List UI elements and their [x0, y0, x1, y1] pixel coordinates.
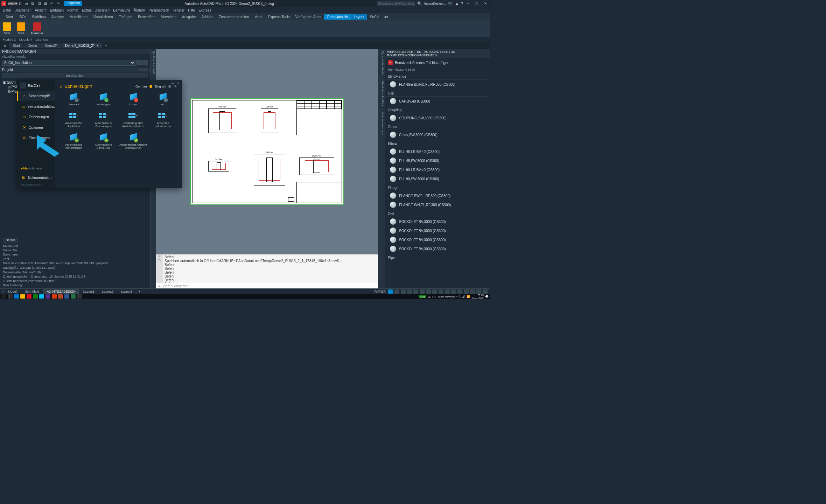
- status-icon[interactable]: [394, 289, 399, 294]
- palette-item[interactable]: FLANGE SW,FL,RF,300 (CS300): [385, 191, 490, 200]
- undo-icon[interactable]: ↶: [49, 1, 55, 6]
- ribbon-tab-ausgabe[interactable]: Ausgabe: [179, 14, 198, 20]
- ribbon-tab-start[interactable]: Start: [3, 14, 16, 20]
- sucri-minimize-icon[interactable]: ─: [172, 82, 174, 85]
- help-icon[interactable]: ?: [461, 1, 463, 6]
- lang-english[interactable]: English: [155, 85, 166, 88]
- palette-item[interactable]: ELL 45,SW,3000 (CS300): [385, 156, 490, 165]
- weather-widget[interactable]: ☁ 3°C Stark bewölkt: [428, 295, 455, 298]
- menu-extras[interactable]: Extras: [82, 8, 92, 12]
- sucri-tool-automatische-bemaßung[interactable]: ⚡Automatische Bemaßung: [90, 133, 117, 149]
- sucri-tool-automatische-ansichten[interactable]: +Automatische Ansichten: [60, 111, 88, 128]
- status-icon[interactable]: [407, 289, 412, 294]
- new-icon[interactable]: 🗋: [18, 1, 23, 6]
- palette-item[interactable]: COUPLING,SW,3000 (CS300): [385, 113, 490, 122]
- sucri-tool-skalierung-aller-ansichten-ändern[interactable]: ⇄Skalierung aller Ansichten ändern: [119, 111, 147, 128]
- task-icon[interactable]: [58, 294, 63, 299]
- sucri-nav-optionen[interactable]: ✕Optionen: [17, 122, 55, 133]
- layout-tab[interactable]: Layout1: [80, 289, 98, 294]
- drawing-view[interactable]: Front View: [208, 106, 236, 133]
- status-icon[interactable]: [432, 289, 437, 294]
- status-icon[interactable]: [470, 289, 475, 294]
- cmd-close-icon[interactable]: ✕: [156, 254, 163, 258]
- task-icon[interactable]: [20, 294, 25, 299]
- ribbon-tab-add-ins[interactable]: Add-ins: [199, 14, 216, 20]
- help-search-input[interactable]: [377, 1, 415, 6]
- drawing-area[interactable]: Front ViewLeft ViewTop ViewSW ViewLayout…: [156, 49, 378, 289]
- command-history[interactable]: ✕🔧 Befehl:Speichert automatisch in C:\Us…: [156, 254, 378, 283]
- pm-icon2[interactable]: [142, 60, 148, 65]
- menu-parametrisch[interactable]: Parametrisch: [148, 8, 169, 12]
- ribbon-tab-ortho-ansicht[interactable]: Ortho-Ansicht: [324, 14, 351, 20]
- open-icon[interactable]: 🗁: [24, 1, 29, 6]
- palette-item[interactable]: ELL 90,SW,3000 (CS300): [385, 174, 490, 183]
- project-select[interactable]: SuCri_Installation: [2, 60, 135, 66]
- layout-tab[interactable]: Layout2: [99, 289, 117, 294]
- layouttabs-menu-icon[interactable]: ≡: [2, 290, 4, 293]
- sucri-tool-automatische-annotationen[interactable]: ⚡Automatische Annotationen: [60, 133, 88, 149]
- doctab[interactable]: Demo2_SU013_2* ×: [62, 43, 102, 48]
- menu-ändern[interactable]: Ändern: [134, 8, 145, 12]
- drawing-view[interactable]: Left View: [261, 106, 278, 133]
- sucri-nav-einstellungen[interactable]: ⚙Einstellungen: [17, 133, 55, 143]
- ribbon-tab-beschriften[interactable]: Beschriften: [135, 14, 158, 20]
- sucri-tool-info[interactable]: iInfo: [149, 92, 177, 106]
- palette-item[interactable]: FLANGE WN,FL,RF,300 (CS300): [385, 200, 490, 209]
- sucri-close-icon[interactable]: ✕: [177, 82, 180, 85]
- task-icon[interactable]: [33, 294, 38, 299]
- ribbon-tab-express-tools[interactable]: Express Tools: [265, 14, 293, 20]
- pm-toolbar-icons[interactable]: ▫▫▫▫▫: [138, 68, 148, 72]
- task-icon[interactable]: [8, 294, 13, 299]
- ribbon-button-sikla[interactable]: Sikla: [3, 22, 11, 35]
- sucri-tool-ansichten-aktualisieren[interactable]: ↻Ansichten aktualisieren: [149, 111, 177, 128]
- status-icon[interactable]: [420, 289, 425, 294]
- palette-item[interactable]: FLANGE BLIND,FL,RF,300 (CS300): [385, 80, 490, 89]
- menu-zeichnen[interactable]: Zeichnen: [95, 8, 110, 12]
- status-icon[interactable]: [445, 289, 450, 294]
- layout-tab[interactable]: Layout3: [118, 289, 136, 294]
- tray-icon[interactable]: 🔊: [462, 295, 465, 298]
- add-custom-part[interactable]: + Benutzerdefiniertes Teil hinzufügen: [385, 58, 490, 67]
- notifications-icon[interactable]: 💬: [485, 295, 489, 298]
- palette-vtab[interactable]: Rohrklasse für Rohr…: [379, 81, 384, 109]
- ribbon-button-sikla[interactable]: Sikla: [17, 22, 25, 35]
- plot-icon[interactable]: 🖶: [43, 1, 48, 6]
- menu-hilfe[interactable]: Hilfe: [188, 8, 195, 12]
- drawing-view[interactable]: Top View: [208, 158, 229, 172]
- app-logo[interactable]: A: [1, 1, 6, 6]
- ribbon-tab-einfügen[interactable]: Einfügen: [116, 14, 135, 20]
- palette-item[interactable]: ELL 45 LR,BV,40 (CS300): [385, 147, 490, 156]
- task-icon[interactable]: [52, 294, 57, 299]
- palette-item[interactable]: Cross,SW,3000 (CS300): [385, 130, 490, 139]
- task-icon[interactable]: [71, 294, 76, 299]
- menu-bemaßung[interactable]: Bemaßung: [113, 8, 130, 12]
- sucri-tool-auswahl[interactable]: ⌕Auswahl: [60, 92, 88, 106]
- drawing-view[interactable]: SW View: [254, 151, 285, 186]
- task-icon[interactable]: [39, 294, 44, 299]
- status-icon[interactable]: [439, 289, 443, 294]
- apps-icon[interactable]: ▲: [455, 1, 459, 6]
- layout-tab[interactable]: Modell: [5, 289, 21, 294]
- menu-ansicht[interactable]: Ansicht: [35, 8, 47, 12]
- pm-search-input[interactable]: Durchsuchen: [2, 73, 148, 78]
- add-layout-icon[interactable]: +: [136, 290, 142, 293]
- ribbon-tab-more[interactable]: ■▾: [382, 14, 391, 20]
- task-icon[interactable]: [77, 294, 82, 299]
- sectab-module-4[interactable]: Module 4: [19, 38, 32, 41]
- ribbon-tab-visualisieren[interactable]: Visualisieren: [90, 14, 116, 20]
- details-tab[interactable]: Details: [3, 238, 18, 243]
- tray-icon[interactable]: 📶: [467, 295, 470, 298]
- start-icon[interactable]: [1, 294, 6, 299]
- status-icon[interactable]: [426, 289, 431, 294]
- paper-sheet[interactable]: Front ViewLeft ViewTop ViewSW ViewLayout…: [190, 98, 344, 205]
- ribbon-tab-stahlbau[interactable]: Stahlbau: [29, 14, 48, 20]
- system-tray[interactable]: ^ ⬡ 🔊 📶: [456, 295, 470, 298]
- sucri-nav-zeichnungen[interactable]: ▭Zeichnungen: [17, 112, 55, 122]
- ribbon-tab-isos[interactable]: ISOs: [16, 14, 29, 20]
- sucri-language-switch[interactable]: GermanEnglish✉: [135, 85, 177, 88]
- close-button[interactable]: ✕: [482, 0, 489, 7]
- search-icon[interactable]: 🔍: [417, 1, 422, 6]
- task-icon[interactable]: [27, 294, 31, 299]
- layout-tab[interactable]: Schriftfeld: [22, 289, 43, 294]
- cmd-wrench-icon[interactable]: 🔧: [156, 258, 163, 261]
